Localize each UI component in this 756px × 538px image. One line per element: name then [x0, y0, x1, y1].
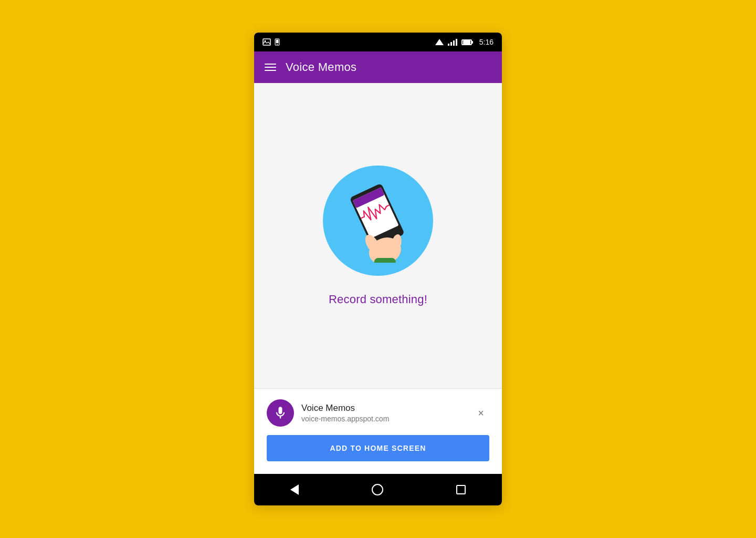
- navigation-bar: [254, 474, 502, 505]
- close-banner-button[interactable]: ×: [472, 405, 489, 421]
- voice-memo-illustration: [336, 179, 420, 263]
- wifi-icon: [435, 39, 444, 45]
- banner-app-name: Voice Memos: [301, 403, 472, 413]
- recents-icon: [456, 485, 466, 494]
- app-icon: [267, 399, 294, 427]
- status-time: 5:16: [479, 38, 494, 46]
- svg-rect-12: [374, 258, 396, 263]
- svg-rect-3: [276, 44, 278, 45]
- microphone-icon: [273, 406, 288, 420]
- home-icon: [372, 484, 383, 495]
- back-button[interactable]: [290, 484, 299, 495]
- banner-app-url: voice-memos.appspot.com: [301, 415, 472, 423]
- toolbar-title: Voice Memos: [286, 60, 356, 74]
- battery-icon: [461, 39, 473, 45]
- phone-status-icon: [274, 38, 280, 46]
- main-content: Record something!: [254, 83, 502, 388]
- app-info: Voice Memos voice-memos.appspot.com: [301, 403, 472, 423]
- image-status-icon: [262, 38, 271, 46]
- hamburger-menu-button[interactable]: [265, 64, 276, 71]
- status-left-icons: [262, 38, 280, 46]
- toolbar: Voice Memos: [254, 51, 502, 83]
- close-icon: ×: [478, 407, 484, 419]
- banner-header: Voice Memos voice-memos.appspot.com ×: [267, 399, 489, 427]
- svg-rect-0: [263, 39, 270, 45]
- recents-button[interactable]: [456, 485, 466, 494]
- add-to-homescreen-button[interactable]: ADD TO HOME SCREEN: [267, 435, 489, 461]
- signal-icon: [448, 38, 457, 46]
- illustration-circle: [323, 165, 433, 276]
- phone-frame: 5:16 Voice Memos: [254, 33, 502, 505]
- record-prompt-text: Record something!: [329, 293, 427, 306]
- status-bar: 5:16: [254, 33, 502, 51]
- back-icon: [290, 484, 299, 495]
- add-to-homescreen-banner: Voice Memos voice-memos.appspot.com × AD…: [254, 388, 502, 474]
- svg-rect-4: [276, 39, 279, 43]
- home-button[interactable]: [372, 484, 383, 495]
